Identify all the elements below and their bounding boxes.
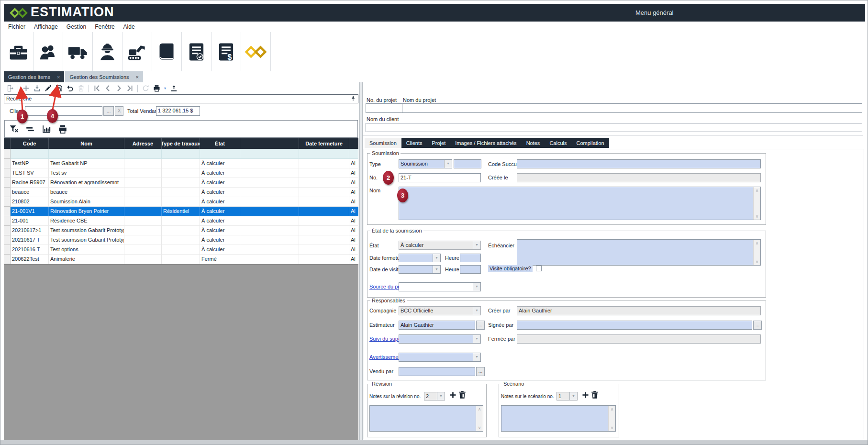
filter-cell[interactable] xyxy=(124,149,162,159)
close-icon[interactable]: × xyxy=(136,74,139,80)
catalog-button[interactable] xyxy=(152,32,182,71)
tab-clients[interactable]: Clients xyxy=(401,138,427,148)
menu-item-fentre[interactable]: Fenêtre xyxy=(90,23,119,30)
column-header-état[interactable]: État xyxy=(200,138,240,149)
tab-gestion-des-soumissions[interactable]: Gestion des Soumissions× xyxy=(65,71,143,82)
etat-select[interactable]: À calculer xyxy=(399,241,481,250)
menu-item-gestion[interactable]: Gestion xyxy=(62,23,90,30)
filter-icon[interactable] xyxy=(9,124,19,134)
signee-par-browse-button[interactable]: ... xyxy=(753,321,762,330)
date-visite-select[interactable] xyxy=(399,265,441,274)
filter-cell[interactable] xyxy=(349,149,358,159)
grid-filter-row[interactable] xyxy=(4,149,358,159)
panel-splitter[interactable] xyxy=(359,82,363,440)
revision-no-select[interactable]: 2 xyxy=(424,392,445,400)
date-fermeture-select[interactable] xyxy=(399,254,441,262)
table-row[interactable]: 210802Soumission AlainÀ calculerAl xyxy=(4,197,358,207)
filter-cell[interactable] xyxy=(299,149,349,159)
undo-icon[interactable] xyxy=(65,84,75,93)
client-name-input[interactable] xyxy=(366,123,862,132)
column-header-blank[interactable] xyxy=(4,138,11,149)
column-header-date-fermeture[interactable]: Date fermeture xyxy=(299,138,349,149)
refresh-icon[interactable] xyxy=(141,84,150,93)
nav-first-icon[interactable] xyxy=(92,84,101,93)
row-selector-cell[interactable] xyxy=(4,207,11,216)
billing-button[interactable]: $ xyxy=(211,32,241,71)
scrollbar[interactable]: ∧∨ xyxy=(476,406,483,431)
menu-item-affichage[interactable]: Affichage xyxy=(30,23,62,30)
row-selector-cell[interactable] xyxy=(4,255,11,264)
vendu-par-browse-button[interactable]: ... xyxy=(476,367,485,376)
row-selector-cell[interactable] xyxy=(4,226,11,235)
tab-gestion-des-items[interactable]: Gestion des items× xyxy=(4,71,64,82)
project-no-input[interactable] xyxy=(366,103,408,113)
column-header-adresse[interactable]: Adresse xyxy=(124,138,162,149)
table-row[interactable]: TestNPTest Gabarit NPÀ calculerAl xyxy=(4,159,358,168)
row-selector-cell[interactable] xyxy=(4,245,11,255)
delete-scenario-icon[interactable] xyxy=(590,390,600,400)
search-input[interactable]: Recherche xyxy=(4,94,358,103)
rows-icon[interactable] xyxy=(25,124,35,134)
table-row[interactable]: 200622TestAnimalerieFerméAl xyxy=(4,255,358,264)
add-revision-icon[interactable] xyxy=(449,391,457,399)
heure-fermeture-input[interactable] xyxy=(460,254,481,262)
print-icon[interactable] xyxy=(57,124,68,134)
avertissement-link[interactable]: Avertissement xyxy=(369,354,403,360)
table-row[interactable]: 21-001Résidence CBEÀ calculerAl xyxy=(4,216,358,226)
scenario-no-select[interactable]: 1 xyxy=(556,392,578,400)
scenario-notes-textarea[interactable]: ∧∨ xyxy=(501,405,616,432)
table-row[interactable]: TEST SVTest svÀ calculerAl xyxy=(4,168,358,178)
worker-button[interactable] xyxy=(93,32,122,71)
vendu-par-input[interactable] xyxy=(399,367,475,376)
tab-compilation[interactable]: Compilation xyxy=(571,138,609,148)
column-header-type-de-travaux[interactable]: Type de travaux xyxy=(162,138,200,149)
nav-prev-icon[interactable] xyxy=(103,84,112,93)
row-selector-cell[interactable] xyxy=(4,178,11,188)
client-clear-button[interactable]: X xyxy=(115,106,123,116)
column-header-blank[interactable] xyxy=(240,138,299,149)
column-header-blank[interactable] xyxy=(349,138,358,149)
menu-item-fichier[interactable]: Fichier xyxy=(4,23,30,30)
column-header-nom[interactable]: Nom xyxy=(49,138,124,149)
row-selector-cell[interactable] xyxy=(4,168,11,178)
save-icon[interactable] xyxy=(54,84,64,93)
client-browse-button[interactable]: ... xyxy=(103,106,114,116)
brand-button[interactable] xyxy=(241,32,271,71)
delete-icon[interactable] xyxy=(76,84,86,93)
filter-cell[interactable] xyxy=(200,149,240,159)
pin-icon[interactable] xyxy=(350,95,356,102)
tab-soumission[interactable]: Soumission xyxy=(365,138,401,148)
clients-button[interactable] xyxy=(33,32,63,71)
chart-icon[interactable] xyxy=(41,124,52,134)
nav-next-icon[interactable] xyxy=(114,84,123,93)
signee-par-input[interactable] xyxy=(517,321,752,330)
import-icon[interactable] xyxy=(32,84,42,93)
table-row[interactable]: 20210617 TTest soumssion Gabarit Prototy… xyxy=(4,235,358,245)
row-selector-cell[interactable] xyxy=(4,159,11,168)
add-scenario-icon[interactable] xyxy=(581,391,590,399)
tab-calculs[interactable]: Calculs xyxy=(545,138,571,148)
filter-cell[interactable] xyxy=(11,149,49,159)
project-name-input[interactable] xyxy=(402,103,862,113)
tab-images-fichiers-attachés[interactable]: Images / Fichiers attachés xyxy=(450,138,521,148)
filter-cell[interactable] xyxy=(240,149,299,159)
column-header-code[interactable]: Code▲ xyxy=(11,138,49,149)
heure-visite-input[interactable] xyxy=(460,265,481,274)
visite-obligatoire-checkbox[interactable] xyxy=(536,266,542,271)
nav-last-icon[interactable] xyxy=(125,84,134,93)
add-icon[interactable] xyxy=(21,84,31,93)
no-input[interactable]: 21-T xyxy=(399,173,481,182)
avertissement-select[interactable] xyxy=(399,353,481,362)
type-select[interactable]: Soumission xyxy=(399,159,452,168)
scrollbar[interactable]: ∧∨ xyxy=(753,187,760,220)
compagnie-select[interactable]: BCC Officielle xyxy=(399,306,481,315)
code-succursale-input[interactable] xyxy=(517,159,761,168)
row-selector-cell[interactable] xyxy=(4,197,11,207)
table-row[interactable]: beaucebeauceÀ calculerAl xyxy=(4,188,358,197)
row-selector-cell[interactable] xyxy=(4,235,11,245)
type-code-input[interactable] xyxy=(454,159,481,168)
tab-projet[interactable]: Projet xyxy=(427,138,450,148)
truck-button[interactable] xyxy=(63,32,93,71)
excavator-button[interactable] xyxy=(122,32,152,71)
print-caret-icon[interactable]: ▼ xyxy=(163,84,167,93)
